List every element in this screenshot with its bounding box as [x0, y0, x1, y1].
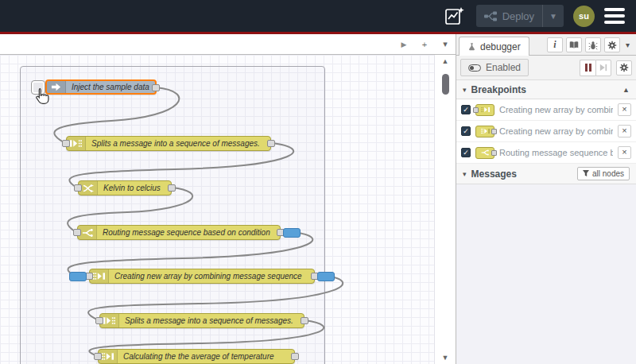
- breakpoint-checkbox[interactable]: [461, 126, 471, 136]
- output-port[interactable]: [301, 317, 308, 324]
- book-icon: [569, 41, 579, 49]
- input-port[interactable]: [94, 353, 102, 360]
- node-split-2[interactable]: Splits a message into a sequence of mess…: [99, 313, 304, 328]
- header-bar: Deploy ▼ su: [0, 0, 636, 32]
- breakpoint-checkbox[interactable]: [461, 148, 471, 157]
- gear-icon: [607, 41, 617, 50]
- enabled-label: Enabled: [486, 62, 521, 73]
- breakpoint-label: Creating new array by combining message …: [499, 105, 613, 114]
- node-label: Inject the sample data: [66, 83, 155, 91]
- inject-trigger-button[interactable]: [31, 80, 45, 95]
- canvas-vertical-scrollbar[interactable]: ▲ ▼: [434, 55, 456, 364]
- pause-button[interactable]: [580, 60, 595, 76]
- chevron-down-icon: ▾: [463, 170, 467, 178]
- user-avatar[interactable]: su: [573, 6, 595, 27]
- info-icon: i: [553, 39, 556, 51]
- breakpoint-label: Routing message sequence based on condit…: [499, 148, 613, 157]
- assistant-button[interactable]: [443, 5, 467, 27]
- breakpoint-marker-output[interactable]: [283, 228, 301, 238]
- remove-breakpoint-button[interactable]: [618, 146, 631, 159]
- output-port[interactable]: [267, 140, 275, 147]
- switch-node-output-icon: [475, 147, 494, 159]
- tab-scroll-right-icon[interactable]: ▶: [394, 34, 414, 54]
- output-port[interactable]: [152, 84, 160, 91]
- debugger-controls: Enabled: [456, 56, 636, 80]
- deploy-label: Deploy: [502, 10, 534, 22]
- deploy-button[interactable]: Deploy ▼: [476, 5, 564, 27]
- toggle-icon: [468, 64, 481, 72]
- debugger-settings-button[interactable]: [616, 60, 632, 76]
- breakpoint-checkbox[interactable]: [461, 105, 471, 114]
- breakpoint-row[interactable]: Creating new array by combining message …: [456, 99, 636, 121]
- join-node-input-icon: [475, 104, 494, 116]
- workspace-tabbar: ▶ + ▾: [0, 34, 456, 55]
- main-menu-icon[interactable]: [604, 8, 625, 24]
- input-port[interactable]: [95, 317, 103, 324]
- config-tab-button[interactable]: [604, 37, 620, 52]
- output-port[interactable]: [168, 184, 176, 192]
- node-label: Splits a message into a sequence of mess…: [86, 139, 266, 148]
- node-inject[interactable]: Inject the sample data: [45, 79, 157, 95]
- sidebar-tab-list-icon[interactable]: ▾: [623, 41, 632, 49]
- step-button[interactable]: [595, 60, 611, 76]
- breakpoint-row[interactable]: Creating new array by combining message …: [456, 121, 636, 142]
- help-tab-button[interactable]: [566, 37, 582, 52]
- node-label: Creating new array by combining message …: [109, 272, 308, 281]
- flask-icon: [467, 42, 476, 52]
- breakpoint-label: Creating new array by combining message …: [499, 126, 613, 136]
- debugger-enabled-toggle[interactable]: Enabled: [460, 59, 529, 76]
- scroll-up-icon[interactable]: ▲: [622, 86, 630, 94]
- node-change[interactable]: Kelvin to celcius: [78, 180, 172, 196]
- input-port[interactable]: [62, 140, 70, 147]
- breakpoint-marker-input[interactable]: [69, 272, 87, 281]
- remove-breakpoint-button[interactable]: [618, 125, 631, 137]
- add-flow-button[interactable]: +: [414, 34, 435, 54]
- pause-icon: [585, 64, 591, 72]
- messages-section-header[interactable]: ▾ Messages all nodes: [456, 164, 636, 184]
- node-label: Splits a message into a sequence of mess…: [119, 316, 300, 325]
- inject-icon: [47, 81, 66, 93]
- node-join-2[interactable]: Calculating the the average of temperatu…: [98, 349, 295, 364]
- flow-sparkle-icon: [444, 6, 465, 26]
- tab-debugger[interactable]: debugger: [459, 37, 529, 56]
- scroll-down-icon[interactable]: ▼: [442, 354, 449, 362]
- node-split-1[interactable]: Splits a message into a sequence of mess…: [66, 136, 271, 151]
- deploy-icon: [484, 11, 497, 21]
- flow-list-icon[interactable]: ▾: [435, 34, 456, 54]
- deploy-main[interactable]: Deploy: [476, 10, 542, 22]
- remove-breakpoint-button[interactable]: [618, 103, 631, 116]
- avatar-initials: su: [579, 11, 589, 21]
- input-port[interactable]: [73, 229, 81, 236]
- gear-icon: [619, 63, 629, 72]
- message-filter-button[interactable]: all nodes: [577, 167, 630, 180]
- node-label: Calculating the the average of temperatu…: [118, 352, 281, 361]
- node-label: Kelvin to celcius: [98, 184, 167, 192]
- breakpoint-row[interactable]: Routing message sequence based on condit…: [456, 142, 636, 164]
- breakpoints-section-header[interactable]: ▾ Breakpoints ▲: [456, 80, 636, 99]
- sidebar-tabbar: debugger i ▾: [456, 34, 636, 56]
- breakpoints-title: Breakpoints: [471, 84, 526, 95]
- node-join-1[interactable]: Creating new array by combining message …: [89, 269, 315, 284]
- scroll-up-icon[interactable]: ▲: [442, 57, 449, 65]
- step-icon: [599, 64, 607, 72]
- tab-label: debugger: [480, 41, 521, 52]
- node-switch[interactable]: Routing message sequence based on condit…: [77, 225, 281, 240]
- node-label: Routing message sequence based on condit…: [97, 228, 277, 237]
- sidebar: debugger i ▾ Enabled: [456, 34, 636, 364]
- flow-editor: ▶ + ▾: [0, 34, 456, 364]
- scrollbar-thumb[interactable]: [442, 74, 449, 95]
- info-tab-button[interactable]: i: [547, 37, 563, 52]
- breakpoint-marker-output[interactable]: [317, 272, 335, 281]
- funnel-icon: [583, 170, 589, 177]
- messages-empty-area: [456, 184, 636, 364]
- workspace-canvas[interactable]: Inject the sample data Splits a message …: [0, 55, 434, 364]
- input-port[interactable]: [74, 184, 82, 192]
- bug-icon: [588, 41, 598, 50]
- filter-label: all nodes: [592, 169, 624, 178]
- deploy-options-caret[interactable]: ▼: [542, 5, 564, 27]
- debug-tab-button[interactable]: [585, 37, 601, 52]
- node-red-app: Deploy ▼ su ▶ + ▾: [0, 0, 636, 364]
- output-port[interactable]: [291, 353, 299, 360]
- join-node-output-icon: [475, 126, 494, 137]
- chevron-down-icon: ▾: [463, 86, 467, 94]
